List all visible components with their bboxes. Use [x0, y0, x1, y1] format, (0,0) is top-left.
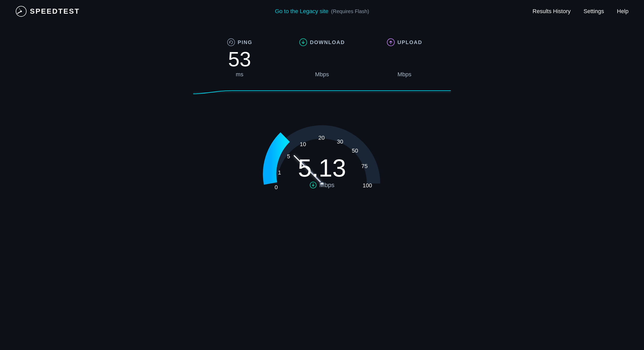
- upload-header: UPLOAD: [387, 38, 422, 46]
- download-label: DOWNLOAD: [310, 39, 345, 45]
- download-header: DOWNLOAD: [299, 38, 345, 46]
- ping-header: PING: [227, 38, 252, 46]
- download-icon: [299, 38, 307, 46]
- ping-unit: ms: [236, 71, 243, 78]
- help-link[interactable]: Help: [617, 8, 629, 15]
- svg-text:1: 1: [278, 169, 281, 176]
- ping-value: 53: [228, 49, 251, 70]
- current-speed-display: 5.13 Mbps: [298, 156, 346, 189]
- header-nav: Results History Settings Help: [532, 8, 629, 15]
- ping-stat: PING 53 ms: [198, 38, 281, 78]
- current-speed-unit: Mbps: [319, 181, 335, 189]
- header-center: Go to the Legacy site (Requires Flash): [275, 8, 369, 15]
- gauge-container: 0 1 5 10 20 30 50 75 100: [255, 96, 389, 204]
- svg-text:50: 50: [352, 147, 358, 154]
- current-speed-value: 5.13: [298, 156, 346, 180]
- upload-icon: [387, 38, 395, 46]
- main-content: PING 53 ms DOWNLOAD Mbps: [0, 23, 644, 204]
- logo-area: SPEEDTEST: [15, 6, 80, 17]
- ping-label: PING: [238, 39, 252, 45]
- download-unit: Mbps: [315, 71, 329, 78]
- svg-point-2: [227, 39, 235, 46]
- upload-label: UPLOAD: [397, 39, 422, 45]
- results-history-link[interactable]: Results History: [532, 8, 571, 15]
- speed-download-icon: [310, 181, 317, 189]
- svg-text:5: 5: [287, 153, 290, 160]
- download-stat: DOWNLOAD Mbps: [281, 38, 363, 78]
- progress-container: [193, 86, 451, 96]
- svg-text:10: 10: [300, 141, 306, 147]
- progress-line-svg: [193, 89, 451, 96]
- legacy-site-link[interactable]: Go to the Legacy site: [275, 8, 328, 15]
- header: SPEEDTEST Go to the Legacy site (Require…: [0, 0, 644, 23]
- speed-unit-row: Mbps: [310, 181, 335, 189]
- svg-text:20: 20: [318, 135, 325, 141]
- stats-row: PING 53 ms DOWNLOAD Mbps: [198, 38, 446, 78]
- svg-point-1: [20, 11, 22, 12]
- svg-text:30: 30: [337, 138, 343, 145]
- svg-text:0: 0: [275, 184, 278, 190]
- upload-unit: Mbps: [397, 71, 411, 78]
- settings-link[interactable]: Settings: [583, 8, 604, 15]
- ping-icon: [227, 38, 235, 46]
- logo-text: SPEEDTEST: [30, 7, 80, 15]
- svg-text:75: 75: [361, 163, 368, 169]
- svg-text:100: 100: [363, 182, 372, 189]
- legacy-requires-text: (Requires Flash): [331, 9, 369, 14]
- upload-stat: UPLOAD Mbps: [363, 38, 446, 78]
- speedtest-logo-icon: [15, 6, 27, 17]
